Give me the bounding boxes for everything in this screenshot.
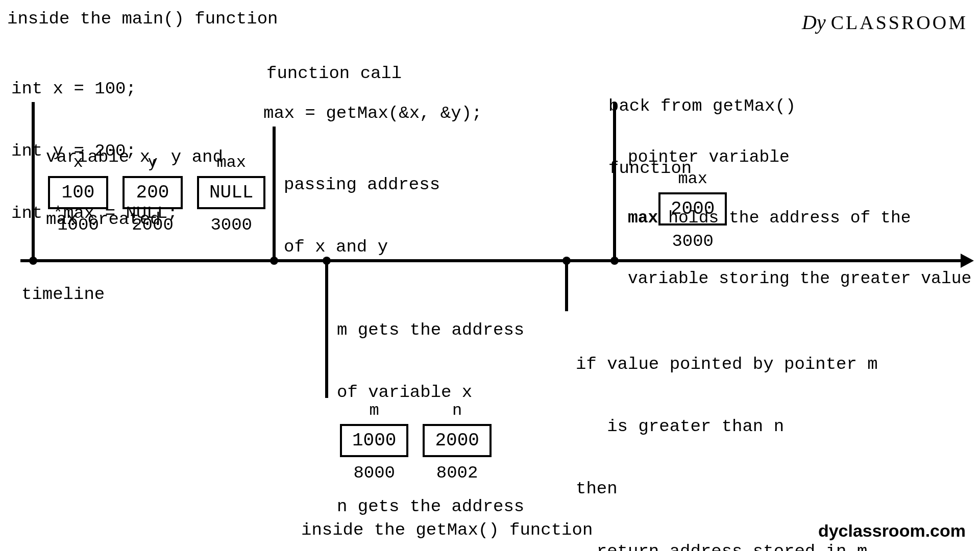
footer-brand: dyclassroom.com xyxy=(818,521,966,541)
memory-cells-stage1: x 100 1000 y 200 2000 max NULL 3000 xyxy=(48,153,265,235)
cell-addr: 3000 xyxy=(210,215,252,235)
timeline-axis xyxy=(20,259,963,262)
cell-addr: 1000 xyxy=(57,215,99,235)
brand-prefix: Dy xyxy=(802,10,826,34)
note-line: passing address xyxy=(284,174,440,195)
brand-logo: Dy CLASSROOM xyxy=(802,10,968,34)
cell-addr: 8002 xyxy=(436,463,478,483)
cell-name: x xyxy=(73,153,83,172)
note-line: n gets the address xyxy=(337,496,524,517)
code-line: int x = 100; xyxy=(11,79,178,99)
note-emph: max xyxy=(628,209,658,228)
timeline-arrowhead-icon xyxy=(961,254,974,268)
cell-n: n 2000 8002 xyxy=(423,401,491,483)
cell-addr: 2000 xyxy=(132,215,174,235)
heading-function-call: function call xyxy=(266,63,402,84)
cell-x: x 100 1000 xyxy=(48,153,108,235)
note-line: return address stored in m xyxy=(576,541,878,551)
cell-m: m 1000 8000 xyxy=(340,401,408,483)
cell-name: y xyxy=(148,153,157,172)
call-expression: max = getMax(&x, &y); xyxy=(263,103,482,124)
cell-value: 2000 xyxy=(658,192,727,226)
note-line: m gets the address xyxy=(337,320,524,341)
section-title-main: inside the main() function xyxy=(7,9,278,29)
timeline-label: timeline xyxy=(21,285,105,304)
note-line: of variable x xyxy=(337,382,524,403)
note-stage2: passing address of x and y xyxy=(284,133,440,299)
cell-y: y 200 2000 xyxy=(122,153,183,235)
memory-cells-stage5: max 2000 3000 xyxy=(658,169,727,251)
tick-stage4 xyxy=(565,260,568,311)
note-line: pointer variable xyxy=(628,147,971,168)
cell-addr: 8000 xyxy=(353,463,395,483)
tick-stage1 xyxy=(32,102,35,261)
brand-word: CLASSROOM xyxy=(831,11,968,34)
cell-value: 200 xyxy=(122,176,183,209)
cell-name: max xyxy=(216,153,246,172)
cell-name: n xyxy=(452,401,462,420)
tick-stage5 xyxy=(613,102,616,261)
cell-value: 2000 xyxy=(423,424,491,457)
note-line: of x and y xyxy=(284,237,440,258)
cell-name: m xyxy=(370,401,379,420)
note-line: then xyxy=(576,479,878,499)
cell-value: 1000 xyxy=(340,424,408,457)
section-title-getmax: inside the getMax() function xyxy=(301,520,593,540)
cell-max-result: max 2000 3000 xyxy=(658,169,727,251)
note-line: if value pointed by pointer m xyxy=(576,354,878,375)
cell-name: max xyxy=(678,169,707,188)
note-line: variable storing the greater value xyxy=(628,269,971,289)
note-stage4: if value pointed by pointer m is greater… xyxy=(576,312,878,551)
cell-addr: 3000 xyxy=(672,232,714,251)
tick-stage3 xyxy=(325,260,328,398)
cell-max: max NULL 3000 xyxy=(197,153,265,235)
cell-value: 100 xyxy=(48,176,108,209)
note-line: is greater than n xyxy=(576,416,878,437)
memory-cells-stage3: m 1000 8000 n 2000 8002 xyxy=(340,401,492,483)
tick-stage2 xyxy=(273,127,276,261)
cell-value: NULL xyxy=(197,176,265,209)
